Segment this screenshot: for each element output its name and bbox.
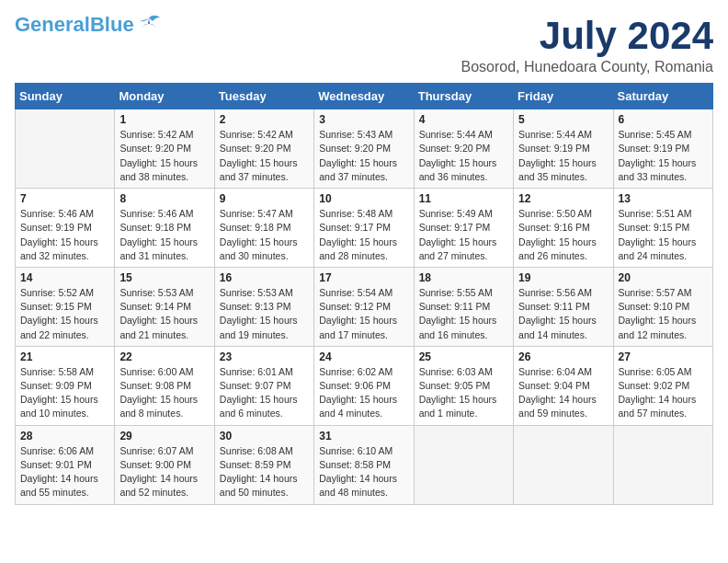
day-number: 30 bbox=[220, 430, 309, 442]
day-info: Sunrise: 5:53 AMSunset: 9:14 PMDaylight:… bbox=[119, 286, 209, 342]
weekday-header-thursday: Thursday bbox=[414, 84, 513, 109]
weekday-header-monday: Monday bbox=[115, 84, 214, 109]
day-info: Sunrise: 5:46 AMSunset: 9:19 PMDaylight:… bbox=[20, 207, 109, 263]
calendar-cell: 15Sunrise: 5:53 AMSunset: 9:14 PMDayligh… bbox=[115, 267, 214, 346]
logo: GeneralBlue bbox=[15, 15, 162, 35]
day-number: 7 bbox=[20, 192, 109, 205]
calendar-cell bbox=[613, 425, 712, 504]
day-info: Sunrise: 6:06 AMSunset: 9:01 PMDaylight:… bbox=[20, 444, 109, 500]
calendar-cell: 5Sunrise: 5:44 AMSunset: 9:19 PMDaylight… bbox=[514, 109, 613, 189]
calendar-cell: 23Sunrise: 6:01 AMSunset: 9:07 PMDayligh… bbox=[214, 346, 313, 425]
logo-bird-icon bbox=[136, 15, 162, 35]
day-info: Sunrise: 6:03 AMSunset: 9:05 PMDaylight:… bbox=[419, 365, 508, 421]
day-number: 21 bbox=[20, 350, 109, 363]
day-number: 17 bbox=[319, 271, 408, 284]
day-info: Sunrise: 6:04 AMSunset: 9:04 PMDaylight:… bbox=[518, 365, 608, 421]
day-number: 29 bbox=[119, 430, 209, 442]
day-number: 27 bbox=[619, 350, 708, 363]
day-number: 6 bbox=[619, 113, 708, 126]
day-info: Sunrise: 5:57 AMSunset: 9:10 PMDaylight:… bbox=[619, 286, 708, 342]
logo-blue: Blue bbox=[90, 13, 134, 36]
weekday-header-wednesday: Wednesday bbox=[314, 84, 414, 109]
calendar-cell bbox=[514, 425, 613, 504]
day-info: Sunrise: 5:46 AMSunset: 9:18 PMDaylight:… bbox=[119, 207, 209, 263]
day-info: Sunrise: 6:02 AMSunset: 9:06 PMDaylight:… bbox=[319, 365, 408, 421]
day-number: 13 bbox=[619, 192, 708, 205]
weekday-header-row: SundayMondayTuesdayWednesdayThursdayFrid… bbox=[16, 84, 713, 109]
day-info: Sunrise: 6:07 AMSunset: 9:00 PMDaylight:… bbox=[119, 444, 209, 500]
day-number: 9 bbox=[220, 192, 309, 205]
logo-text: GeneralBlue bbox=[15, 15, 134, 35]
day-info: Sunrise: 6:00 AMSunset: 9:08 PMDaylight:… bbox=[119, 365, 209, 421]
day-number: 25 bbox=[419, 350, 508, 363]
calendar-cell: 10Sunrise: 5:48 AMSunset: 9:17 PMDayligh… bbox=[314, 189, 414, 268]
calendar-title: July 2024 bbox=[461, 15, 713, 57]
day-info: Sunrise: 5:53 AMSunset: 9:13 PMDaylight:… bbox=[220, 286, 309, 342]
day-number: 11 bbox=[419, 192, 508, 205]
day-number: 2 bbox=[220, 113, 309, 126]
day-info: Sunrise: 5:58 AMSunset: 9:09 PMDaylight:… bbox=[20, 365, 109, 421]
day-info: Sunrise: 5:50 AMSunset: 9:16 PMDaylight:… bbox=[518, 207, 608, 263]
day-info: Sunrise: 5:54 AMSunset: 9:12 PMDaylight:… bbox=[319, 286, 408, 342]
day-info: Sunrise: 5:47 AMSunset: 9:18 PMDaylight:… bbox=[220, 207, 309, 263]
calendar-cell: 28Sunrise: 6:06 AMSunset: 9:01 PMDayligh… bbox=[16, 425, 115, 504]
weekday-header-saturday: Saturday bbox=[613, 84, 712, 109]
day-info: Sunrise: 5:52 AMSunset: 9:15 PMDaylight:… bbox=[20, 286, 109, 342]
day-info: Sunrise: 5:49 AMSunset: 9:17 PMDaylight:… bbox=[419, 207, 508, 263]
logo-general: General bbox=[15, 13, 90, 36]
calendar-cell: 18Sunrise: 5:55 AMSunset: 9:11 PMDayligh… bbox=[414, 267, 513, 346]
day-info: Sunrise: 5:45 AMSunset: 9:19 PMDaylight:… bbox=[619, 128, 708, 184]
calendar-cell: 7Sunrise: 5:46 AMSunset: 9:19 PMDaylight… bbox=[16, 189, 115, 268]
day-number: 23 bbox=[220, 350, 309, 363]
title-block: July 2024 Bosorod, Hunedoara County, Rom… bbox=[461, 15, 713, 75]
calendar-cell: 16Sunrise: 5:53 AMSunset: 9:13 PMDayligh… bbox=[214, 267, 313, 346]
calendar-cell: 22Sunrise: 6:00 AMSunset: 9:08 PMDayligh… bbox=[115, 346, 214, 425]
calendar-cell bbox=[16, 109, 115, 189]
day-info: Sunrise: 5:51 AMSunset: 9:15 PMDaylight:… bbox=[619, 207, 708, 263]
calendar-week-1: 1Sunrise: 5:42 AMSunset: 9:20 PMDaylight… bbox=[16, 109, 713, 189]
calendar-cell: 9Sunrise: 5:47 AMSunset: 9:18 PMDaylight… bbox=[214, 189, 313, 268]
day-info: Sunrise: 6:01 AMSunset: 9:07 PMDaylight:… bbox=[220, 365, 309, 421]
calendar-cell: 19Sunrise: 5:56 AMSunset: 9:11 PMDayligh… bbox=[514, 267, 613, 346]
day-number: 28 bbox=[20, 430, 109, 442]
calendar-week-3: 14Sunrise: 5:52 AMSunset: 9:15 PMDayligh… bbox=[16, 267, 713, 346]
calendar-cell: 29Sunrise: 6:07 AMSunset: 9:00 PMDayligh… bbox=[115, 425, 214, 504]
day-number: 22 bbox=[119, 350, 209, 363]
day-number: 26 bbox=[518, 350, 608, 363]
calendar-week-5: 28Sunrise: 6:06 AMSunset: 9:01 PMDayligh… bbox=[16, 425, 713, 504]
calendar-cell: 21Sunrise: 5:58 AMSunset: 9:09 PMDayligh… bbox=[16, 346, 115, 425]
calendar-cell: 25Sunrise: 6:03 AMSunset: 9:05 PMDayligh… bbox=[414, 346, 513, 425]
day-info: Sunrise: 5:56 AMSunset: 9:11 PMDaylight:… bbox=[518, 286, 608, 342]
calendar-cell: 31Sunrise: 6:10 AMSunset: 8:58 PMDayligh… bbox=[314, 425, 414, 504]
calendar-cell: 30Sunrise: 6:08 AMSunset: 8:59 PMDayligh… bbox=[214, 425, 313, 504]
day-info: Sunrise: 5:55 AMSunset: 9:11 PMDaylight:… bbox=[419, 286, 508, 342]
day-info: Sunrise: 5:42 AMSunset: 9:20 PMDaylight:… bbox=[119, 128, 209, 184]
day-number: 18 bbox=[419, 271, 508, 284]
calendar-table: SundayMondayTuesdayWednesdayThursdayFrid… bbox=[15, 83, 713, 504]
calendar-week-4: 21Sunrise: 5:58 AMSunset: 9:09 PMDayligh… bbox=[16, 346, 713, 425]
calendar-cell: 11Sunrise: 5:49 AMSunset: 9:17 PMDayligh… bbox=[414, 189, 513, 268]
calendar-cell: 8Sunrise: 5:46 AMSunset: 9:18 PMDaylight… bbox=[115, 189, 214, 268]
calendar-cell: 27Sunrise: 6:05 AMSunset: 9:02 PMDayligh… bbox=[613, 346, 712, 425]
day-info: Sunrise: 5:44 AMSunset: 9:20 PMDaylight:… bbox=[419, 128, 508, 184]
day-number: 5 bbox=[518, 113, 608, 126]
day-number: 19 bbox=[518, 271, 608, 284]
calendar-cell: 2Sunrise: 5:42 AMSunset: 9:20 PMDaylight… bbox=[214, 109, 313, 189]
calendar-cell: 4Sunrise: 5:44 AMSunset: 9:20 PMDaylight… bbox=[414, 109, 513, 189]
day-number: 3 bbox=[319, 113, 408, 126]
day-info: Sunrise: 6:08 AMSunset: 8:59 PMDaylight:… bbox=[220, 444, 309, 500]
day-number: 16 bbox=[220, 271, 309, 284]
calendar-cell: 26Sunrise: 6:04 AMSunset: 9:04 PMDayligh… bbox=[514, 346, 613, 425]
day-number: 24 bbox=[319, 350, 408, 363]
calendar-cell: 12Sunrise: 5:50 AMSunset: 9:16 PMDayligh… bbox=[514, 189, 613, 268]
calendar-cell: 1Sunrise: 5:42 AMSunset: 9:20 PMDaylight… bbox=[115, 109, 214, 189]
day-number: 4 bbox=[419, 113, 508, 126]
day-number: 1 bbox=[119, 113, 209, 126]
day-info: Sunrise: 6:10 AMSunset: 8:58 PMDaylight:… bbox=[319, 444, 408, 500]
day-number: 8 bbox=[119, 192, 209, 205]
day-number: 14 bbox=[20, 271, 109, 284]
day-number: 12 bbox=[518, 192, 608, 205]
day-number: 31 bbox=[319, 430, 408, 442]
day-info: Sunrise: 5:43 AMSunset: 9:20 PMDaylight:… bbox=[319, 128, 408, 184]
calendar-cell: 20Sunrise: 5:57 AMSunset: 9:10 PMDayligh… bbox=[613, 267, 712, 346]
